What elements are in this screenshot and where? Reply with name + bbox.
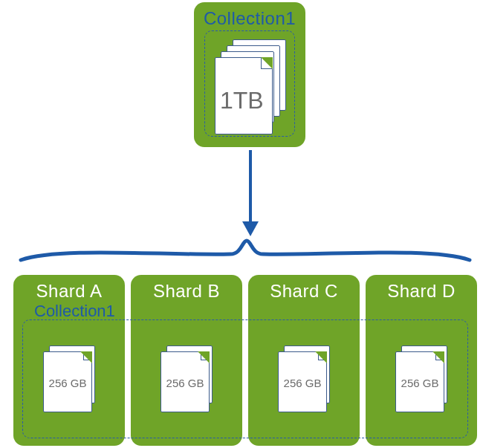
sharded-collection-title: Collection1: [34, 302, 115, 321]
shard-title: Shard C: [248, 281, 360, 302]
shard-c-card: Shard C 256 GB: [248, 275, 360, 446]
shard-title: Shard B: [131, 281, 242, 302]
shard-b-card: Shard B 256 GB: [131, 275, 242, 446]
shard-a-card: Shard A 256 GB: [13, 275, 125, 446]
shard-size-label: 256 GB: [161, 377, 209, 389]
shard-title: Shard A: [13, 281, 125, 302]
source-collection-title: Collection1: [194, 8, 305, 29]
shard-title: Shard D: [366, 281, 477, 302]
arrow-line: [249, 150, 252, 224]
source-collection-card: Collection1 1TB: [194, 2, 305, 147]
shard-size-label: 256 GB: [279, 377, 326, 389]
brace-icon: [15, 235, 476, 264]
shard-size-label: 256 GB: [44, 377, 91, 389]
shard-d-card: Shard D 256 GB: [366, 275, 477, 446]
shard-size-label: 256 GB: [396, 377, 444, 389]
source-size-label: 1TB: [220, 87, 268, 114]
arrow-head-icon: [242, 221, 259, 236]
